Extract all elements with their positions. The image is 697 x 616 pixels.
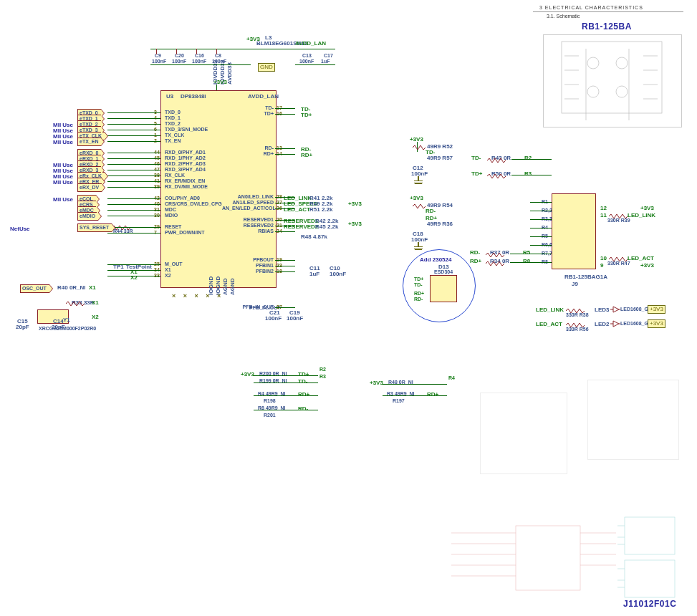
tdp-net: TD+ [301, 112, 312, 118]
ic-left-name-8: RXD_2/PHY_AD3 [165, 161, 206, 166]
decap-val-C8: 100nF [212, 59, 226, 64]
v33-ic-top: +3V3 [213, 79, 227, 85]
x1-net3: X1 [92, 299, 99, 306]
ic-left-wire-11 [107, 181, 160, 182]
ic-right-name-5: AN1/LED_SPEED [222, 200, 274, 205]
mech-drawing [480, 393, 567, 474]
res2-net: RESERVED2 [284, 223, 318, 230]
ic-left-wire-9 [107, 170, 160, 170]
ic-left-name-19: M_OUT [165, 261, 183, 266]
diff-rdp: RD+ [470, 258, 481, 264]
r34-zz [486, 261, 507, 266]
ic-left-wire-7 [107, 158, 160, 159]
ic-left-wire-18 [107, 233, 160, 234]
ic-left-wire-14 [107, 204, 160, 205]
r54-zz [413, 203, 427, 218]
tp2-r48: R48 0R_NI [388, 380, 413, 385]
ic-right-name-13: PFB_IN_OUT [222, 304, 274, 309]
jack-12: 12 [600, 205, 607, 211]
svg-rect-6 [625, 517, 675, 554]
tp1-r201: R201 [264, 413, 276, 418]
diff-r8: R8 [523, 258, 530, 264]
ic-right-name-8: RESERVED2 [222, 223, 274, 228]
decap-val-C17: 1uF [321, 59, 330, 64]
rdp-net: RD+ [301, 152, 312, 158]
ic-right-wire-2 [275, 148, 295, 149]
ic-right-wire-5 [275, 203, 295, 203]
ic-left-wire-12 [107, 187, 160, 188]
avdd-rail: AVDD_LAN [295, 40, 326, 47]
netuse: NetUse [10, 226, 30, 232]
r51: R51 2.2k [309, 206, 332, 213]
netlabel-eTX_EN: eTX_EN [77, 138, 101, 146]
tp1-r4: R4 49R9_NI [258, 391, 286, 396]
ic-left-wire-20 [107, 270, 160, 271]
tp1-r8: R8 49R9_NI [258, 405, 286, 410]
jack-10: 10 [600, 255, 607, 261]
tp2-rdp: RD+ [427, 391, 438, 398]
rb1-title: RB1-125BA [582, 21, 632, 32]
ic-top-pin-2: AVDD33 [226, 62, 233, 85]
tp2-r3: R3 49R9_NI [387, 391, 415, 396]
c10-val: 100nF [330, 271, 346, 277]
r45: R45 2.2k [315, 223, 338, 230]
ic-left-name-2: TXD_2 [165, 121, 181, 126]
ic-right-name-3: RD+ [222, 151, 274, 156]
esd-type: ESD304 [434, 269, 453, 274]
ic-right-name-4: AN0/LED_LINK [222, 194, 274, 199]
tp1-r200: R200 0R_NI [259, 371, 287, 376]
led1608g-1: LED1608_G [620, 307, 648, 312]
c21-val: 100nF [265, 315, 282, 322]
hdr-sec1: 3 ELECTRICAL CHARACTERISTICS [539, 5, 643, 10]
esd-note: Add 230524 [420, 256, 451, 263]
tp1-rdp: RD+ [298, 391, 309, 398]
led3: LED3 [595, 307, 609, 313]
ic-left-name-11: RX_ER/MDIX_EN [165, 178, 205, 183]
c14-val: 20pF [52, 324, 65, 330]
ic-right-name-2: RD- [222, 145, 274, 150]
ic-left-wire-5 [107, 141, 160, 142]
tp1-r199: R199 0R_NI [259, 378, 287, 383]
diff-tdp: TD+ [471, 170, 482, 177]
decap-val-C13: 100nF [299, 59, 314, 64]
r56: 330R R56 [566, 327, 589, 332]
tp1-rdm: RD- [298, 405, 308, 412]
decap-ref-C13: C13 [302, 53, 312, 58]
ic-left-wire-0 [107, 112, 160, 113]
svg-rect-7 [625, 560, 675, 597]
diff-rdm: RD- [470, 249, 480, 256]
ic-right-name-12: PFBIN2 [222, 269, 274, 274]
v33-jack1: +3V3 [640, 205, 654, 211]
ic-left-name-3: TXD_3/SNI_MODE [165, 127, 208, 132]
ic-right-wire-0 [275, 108, 295, 109]
r48: R48 4.87k [301, 234, 327, 240]
mii-8: MII Use [53, 196, 73, 203]
esd-body [430, 275, 457, 302]
decap-val-C16: 100nF [192, 59, 206, 64]
r37-zz [486, 252, 507, 258]
diff-r3: R3 [524, 170, 532, 177]
decap-val-C9: 100nF [152, 59, 166, 64]
ic-left-name-12: RX_DV/MII_MODE [165, 184, 208, 189]
svg-rect-5 [516, 526, 580, 590]
ic-left-wire-2 [107, 124, 160, 125]
jack-9: 9 [600, 262, 603, 269]
ic-left-wire-4 [107, 135, 160, 136]
r47: 330R R47 [607, 261, 630, 266]
ic-left-wire-1 [107, 118, 160, 119]
ic-left-name-10: RX_CLK [165, 173, 185, 178]
ic-left-name-16: MDIO [165, 213, 178, 218]
esd-p2: RD+ [414, 291, 424, 296]
tp1-tdp: TD+ [298, 371, 309, 377]
v33-led1: +3V3 [648, 305, 665, 314]
ic-right-wire-10 [275, 260, 295, 261]
diff-r2: R2 [524, 155, 532, 161]
tp2-r4far: R4 [448, 375, 455, 380]
xtal-ref: Y1 [63, 317, 70, 323]
gnd-term2 [413, 242, 424, 249]
led2: LED2 [595, 321, 609, 327]
diff-r5: R5 [523, 249, 530, 256]
ic-right-wire-3 [275, 154, 295, 155]
ic-left-name-20: X1 [165, 267, 171, 272]
ic-left-name-18: PWR_DOWN/INT [165, 230, 205, 235]
